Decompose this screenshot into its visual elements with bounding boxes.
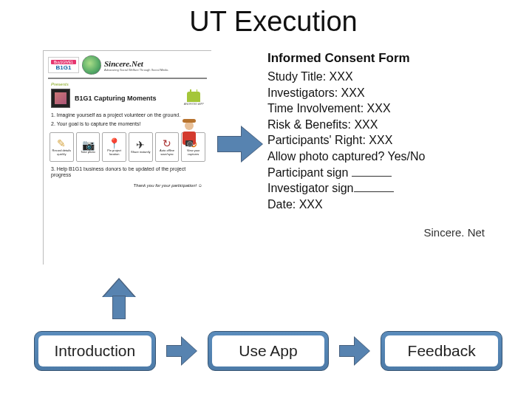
sincere-label: Sincere.Net bbox=[104, 59, 143, 68]
app-icon-label: Record details quickly bbox=[51, 149, 72, 156]
app-icon-label: Share instantly bbox=[131, 150, 150, 154]
slide-title: UT Execution bbox=[0, 6, 532, 38]
app-icon-pin: 📍Pin project location bbox=[102, 132, 126, 162]
arrow-right-icon bbox=[166, 338, 197, 364]
android-badge: ANDROID APP bbox=[184, 92, 204, 106]
consent-date: Date: XXX bbox=[267, 197, 489, 213]
photographer-icon bbox=[176, 117, 202, 150]
flow-step-label: Use App bbox=[212, 335, 325, 366]
app-icon-share: ✈Share instantly bbox=[129, 132, 153, 162]
consent-participant-sign: Participant sign bbox=[267, 165, 489, 181]
flow-row: Introduction Use App Feedback bbox=[34, 331, 502, 371]
consent-investigator-sign: Investigator sign bbox=[267, 180, 489, 197]
app-icon-photo: 📷Take photo bbox=[76, 132, 100, 162]
intro-row2: B1G1 Capturing Moments ANDROID APP bbox=[51, 89, 207, 108]
pencil-icon: ✎ bbox=[57, 138, 66, 149]
presents-label: Presents bbox=[51, 82, 207, 86]
consent-line: Participants' Right: XXX bbox=[267, 132, 489, 149]
android-label: ANDROID APP bbox=[184, 102, 204, 106]
flow-step-introduction: Introduction bbox=[34, 331, 156, 371]
b1g1-badge: Buy1GIVE1 B1G1 bbox=[48, 57, 79, 73]
app-icon-label: Pin project location bbox=[103, 149, 125, 156]
flow-step-feedback: Feedback bbox=[381, 331, 502, 371]
consent-heading: Informed Consent Form bbox=[267, 50, 489, 67]
flow-step-label: Introduction bbox=[38, 335, 151, 366]
flow-step-use-app: Use App bbox=[208, 331, 330, 371]
consent-line: Risk & Benefits: XXX bbox=[267, 117, 489, 133]
consent-footer: Sincere. Net bbox=[267, 225, 489, 240]
sincere-sublabel: Advocating Social Welfare Through Social… bbox=[104, 68, 168, 72]
intro-li-3: 3. Help B1G1 business donors to be updat… bbox=[51, 166, 204, 179]
consent-line: Study Title: XXX bbox=[267, 69, 489, 85]
app-icon-label: Take photo bbox=[81, 150, 95, 154]
consent-form: Informed Consent Form Study Title: XXX I… bbox=[267, 50, 489, 287]
sincere-brand: Sincere.Net Advocating Social Welfare Th… bbox=[104, 59, 168, 72]
plane-icon: ✈ bbox=[136, 140, 145, 150]
consent-line: Time Involvement: XXX bbox=[267, 100, 489, 117]
intro-thanks: Thank you for your participation! ☺ bbox=[48, 183, 202, 188]
flow-step-label: Feedback bbox=[385, 335, 498, 366]
arrow-up-icon bbox=[103, 279, 134, 319]
intro-header: Buy1GIVE1 B1G1 Sincere.Net Advocating So… bbox=[48, 55, 207, 79]
consent-line: Investigators: XXX bbox=[267, 85, 489, 101]
pin-icon: 📍 bbox=[108, 138, 120, 149]
intro-screenshot: Buy1GIVE1 B1G1 Sincere.Net Advocating So… bbox=[43, 50, 211, 265]
photo-thumb-icon bbox=[51, 89, 70, 108]
arrow-right-icon bbox=[339, 338, 370, 364]
camera-icon: 📷 bbox=[82, 140, 95, 150]
sync-icon: ↻ bbox=[163, 138, 171, 149]
globe-icon bbox=[82, 55, 101, 75]
app-icon-label: Auto offline save/sync bbox=[157, 149, 178, 156]
arrow-right-icon bbox=[217, 127, 263, 161]
intro-app-title: B1G1 Capturing Moments bbox=[75, 95, 157, 102]
android-icon bbox=[187, 92, 200, 102]
app-icon-record: ✎Record details quickly bbox=[50, 132, 74, 162]
content-area: Buy1GIVE1 B1G1 Sincere.Net Advocating So… bbox=[43, 50, 494, 287]
consent-line: Allow photo captured? Yes/No bbox=[267, 149, 489, 165]
b1g1-label: B1G1 bbox=[56, 64, 72, 71]
